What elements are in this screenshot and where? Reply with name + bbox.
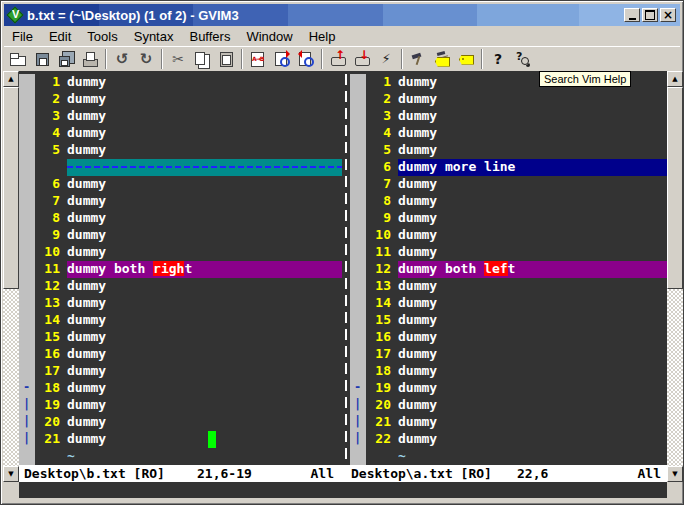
command-line[interactable] [19, 482, 667, 498]
close-button[interactable] [660, 8, 676, 22]
fold-column-cell [350, 227, 366, 244]
fold-column-cell: - [350, 380, 366, 397]
line-text: dummy both right [67, 261, 342, 278]
menu-item-syntax[interactable]: Syntax [126, 28, 182, 45]
left-ruler: 21,6-19 [197, 465, 252, 482]
line-number: 18 [35, 380, 67, 397]
fold-column-cell [19, 176, 35, 193]
toolbar-button-help[interactable] [486, 48, 510, 70]
line-text: dummy [398, 142, 667, 159]
line-number: 3 [366, 108, 398, 125]
toolbar-button-make[interactable] [406, 48, 430, 70]
scroll-down-arrow-icon[interactable]: ▼ [667, 466, 683, 482]
line-text: dummy [67, 295, 342, 312]
fold-column-cell [350, 295, 366, 312]
toolbar-button-search-help[interactable] [510, 48, 534, 70]
window-separator[interactable] [342, 74, 350, 465]
make-icon [409, 50, 427, 68]
buffer-line: |19dummy [19, 397, 342, 414]
menu-item-tools[interactable]: Tools [79, 28, 125, 45]
fold-column-cell [19, 108, 35, 125]
fold-column-cell [350, 108, 366, 125]
line-text: dummy [67, 397, 342, 414]
left-buffer-window[interactable]: 1dummy2dummy3dummy4dummy5dummy6dummy7dum… [19, 74, 342, 465]
line-text: dummy [67, 176, 342, 193]
right-scrollbar[interactable]: ▲ ▼ [667, 71, 683, 482]
right-buffer-window[interactable]: 1dummy2dummy3dummy4dummy5dummy6dummy mor… [350, 74, 667, 465]
toolbar-button-undo[interactable] [110, 48, 134, 70]
buffer-line: 8dummy [19, 210, 342, 227]
tooltip: Search Vim Help [539, 71, 631, 87]
menu-item-buffers[interactable]: Buffers [181, 28, 238, 45]
buffer-line: -18dummy [19, 380, 342, 397]
toolbar-button-save[interactable] [30, 48, 54, 70]
menu-item-file[interactable]: File [4, 28, 41, 45]
vim-logo-icon [7, 7, 23, 23]
line-text: dummy [67, 431, 342, 448]
fold-column-cell [350, 448, 366, 465]
line-number: 7 [35, 193, 67, 210]
scroll-down-arrow-icon[interactable]: ▼ [3, 466, 19, 482]
jump-tag-icon [457, 50, 475, 68]
menu-item-help[interactable]: Help [301, 28, 344, 45]
gvim-window: b.txt = (~\Desktop) (1 of 2) - GVIM3 Fil… [0, 0, 684, 505]
menu-item-window[interactable]: Window [238, 28, 300, 45]
line-text: dummy [67, 193, 342, 210]
buffer-line: 14dummy [350, 295, 667, 312]
left-scrollbar[interactable]: ▲ ▼ [3, 71, 19, 482]
line-number: 4 [35, 125, 67, 142]
line-text: dummy [67, 244, 342, 261]
toolbar-button-save-all[interactable] [54, 48, 78, 70]
scrollbar-thumb[interactable] [667, 87, 683, 289]
buffer-line: 1dummy [19, 74, 342, 91]
fold-column-cell [19, 125, 35, 142]
toolbar-button-save-session[interactable] [350, 48, 374, 70]
toolbar-button-find-prev[interactable] [294, 48, 318, 70]
line-number: 9 [366, 210, 398, 227]
fold-column-cell [350, 363, 366, 380]
toolbar-button-build-tags[interactable] [430, 48, 454, 70]
diff-changed-line: 12dummy both left [350, 261, 667, 278]
fold-column-cell [19, 363, 35, 380]
line-text [67, 159, 342, 176]
scroll-up-arrow-icon[interactable]: ▲ [667, 71, 683, 87]
toolbar-button-copy[interactable] [190, 48, 214, 70]
buffer-line: 2dummy [350, 91, 667, 108]
toolbar-button-find-next[interactable] [270, 48, 294, 70]
toolbar-button-run-script[interactable] [374, 48, 398, 70]
fold-column-cell [19, 210, 35, 227]
menu-item-edit[interactable]: Edit [41, 28, 79, 45]
toolbar-button-open[interactable] [6, 48, 30, 70]
maximize-button[interactable] [642, 8, 658, 22]
line-text: dummy [398, 210, 667, 227]
right-file-name: Desktop\a.txt [RO] [351, 465, 492, 482]
buffer-line: 7dummy [19, 193, 342, 210]
toolbar-button-find-replace[interactable] [246, 48, 270, 70]
fold-column-cell [350, 312, 366, 329]
line-text: dummy [398, 329, 667, 346]
line-number: 10 [366, 227, 398, 244]
toolbar-button-cut[interactable] [166, 48, 190, 70]
buffer-line: 16dummy [350, 329, 667, 346]
line-text: dummy [398, 295, 667, 312]
line-text: dummy [398, 397, 667, 414]
scroll-up-arrow-icon[interactable]: ▲ [3, 71, 19, 87]
buffer-line: 15dummy [19, 329, 342, 346]
line-number [35, 448, 67, 465]
buffer-line: -19dummy [350, 380, 667, 397]
line-number: 17 [35, 363, 67, 380]
scrollbar-thumb[interactable] [3, 87, 19, 289]
buffer-line: 7dummy [350, 176, 667, 193]
line-number: 16 [35, 346, 67, 363]
toolbar [4, 46, 680, 70]
line-text: dummy [67, 329, 342, 346]
toolbar-button-paste[interactable] [214, 48, 238, 70]
line-text: dummy [67, 380, 342, 397]
toolbar-button-print[interactable] [78, 48, 102, 70]
statusline-right: Desktop\a.txt [RO] 22,6 All [342, 465, 667, 482]
toolbar-button-redo[interactable] [134, 48, 158, 70]
toolbar-button-jump-tag[interactable] [454, 48, 478, 70]
toolbar-button-load-session[interactable] [326, 48, 350, 70]
save-icon [33, 50, 51, 68]
minimize-button[interactable] [624, 8, 640, 22]
